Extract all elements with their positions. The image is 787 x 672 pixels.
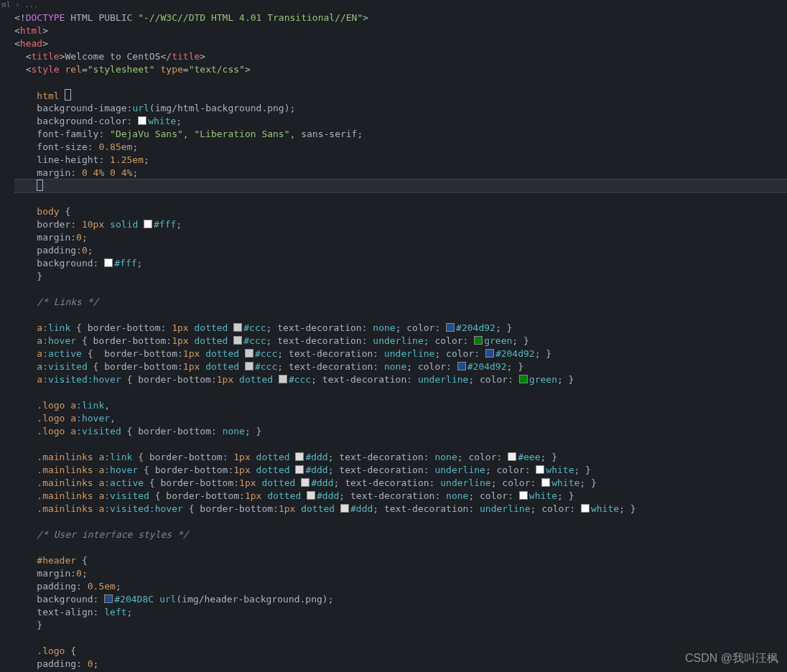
- code-line[interactable]: font-size: 0.85em;: [14, 141, 787, 154]
- color-swatch-icon: [104, 258, 113, 267]
- code-editor[interactable]: <!DOCTYPE HTML PUBLIC "-//W3C//DTD HTML …: [0, 10, 787, 671]
- code-line[interactable]: }: [14, 619, 787, 632]
- code-line[interactable]: [14, 515, 787, 528]
- cursor-icon: [65, 89, 71, 101]
- code-line[interactable]: margin:0;: [14, 231, 787, 244]
- color-swatch-icon: [279, 375, 287, 383]
- code-line[interactable]: body {: [14, 205, 787, 218]
- code-line[interactable]: .logo a:link,: [14, 399, 787, 412]
- code-line[interactable]: padding: 0;: [14, 658, 787, 671]
- color-swatch-icon: [301, 478, 309, 487]
- code-line[interactable]: <!DOCTYPE HTML PUBLIC "-//W3C//DTD HTML …: [14, 11, 787, 24]
- color-swatch-icon: [104, 594, 113, 603]
- color-swatch-icon: [581, 504, 590, 513]
- code-line[interactable]: [14, 438, 787, 451]
- code-line[interactable]: <title>Welcome to CentOS</title>: [14, 50, 787, 63]
- code-line[interactable]: padding: 0.5em;: [14, 580, 787, 593]
- watermark: CSDN @我叫汪枫: [685, 652, 778, 665]
- color-swatch-icon: [340, 504, 349, 513]
- code-line-active[interactable]: [14, 179, 787, 193]
- code-line[interactable]: text-align: left;: [14, 606, 787, 619]
- code-line[interactable]: <head>: [14, 37, 787, 50]
- color-swatch-icon: [295, 452, 304, 461]
- code-line[interactable]: background: #204D8C url(img/header-backg…: [14, 593, 787, 606]
- code-line[interactable]: html: [14, 89, 787, 102]
- color-swatch-icon: [474, 336, 483, 345]
- color-swatch-icon: [233, 336, 242, 345]
- color-swatch-icon: [245, 362, 253, 370]
- code-line[interactable]: padding:0;: [14, 244, 787, 257]
- code-line[interactable]: .mainlinks a:visited { border-bottom:1px…: [14, 490, 787, 503]
- color-swatch-icon: [519, 491, 528, 500]
- code-line[interactable]: [14, 632, 787, 645]
- color-swatch-icon: [233, 323, 242, 332]
- code-line[interactable]: <html>: [14, 24, 787, 37]
- code-line[interactable]: line-height: 1.25em;: [14, 154, 787, 167]
- code-line[interactable]: font-family: "DejaVu Sans", "Liberation …: [14, 128, 787, 141]
- code-line[interactable]: .logo {: [14, 645, 787, 658]
- code-line[interactable]: [14, 541, 787, 554]
- code-line[interactable]: .mainlinks a:link { border-bottom: 1px d…: [14, 451, 787, 464]
- code-line[interactable]: background: #fff;: [14, 257, 787, 270]
- code-line[interactable]: .mainlinks a:hover { border-bottom:1px d…: [14, 464, 787, 477]
- color-swatch-icon: [138, 116, 146, 125]
- color-swatch-icon: [307, 491, 315, 500]
- color-swatch-icon: [295, 465, 304, 474]
- code-line[interactable]: .mainlinks a:visited:hover { border-bott…: [14, 503, 787, 515]
- code-line[interactable]: background-color: white;: [14, 115, 787, 128]
- color-swatch-icon: [536, 465, 544, 474]
- color-swatch-icon: [144, 220, 152, 228]
- cursor-icon: [37, 179, 43, 191]
- code-line[interactable]: background-image:url(img/html-background…: [14, 102, 787, 115]
- color-swatch-icon: [457, 362, 466, 370]
- code-line[interactable]: [14, 283, 787, 296]
- code-line[interactable]: [14, 192, 787, 205]
- code-line[interactable]: .mainlinks a:active { border-bottom:1px …: [14, 477, 787, 490]
- code-line[interactable]: <style rel="stylesheet" type="text/css">: [14, 63, 787, 76]
- code-line[interactable]: #header {: [14, 554, 787, 567]
- code-line[interactable]: a:hover { border-bottom:1px dotted #ccc;…: [14, 335, 787, 347]
- code-line[interactable]: .logo a:hover,: [14, 412, 787, 425]
- code-line[interactable]: border: 10px solid #fff;: [14, 218, 787, 231]
- code-line[interactable]: /* User interface styles */: [14, 528, 787, 541]
- code-line[interactable]: [14, 76, 787, 89]
- color-swatch-icon: [541, 478, 550, 487]
- color-swatch-icon: [245, 349, 253, 358]
- code-line[interactable]: a:link { border-bottom: 1px dotted #ccc;…: [14, 322, 787, 335]
- code-line[interactable]: .logo a:visited { border-bottom: none; }: [14, 425, 787, 438]
- color-swatch-icon: [519, 375, 528, 383]
- color-swatch-icon: [485, 349, 494, 358]
- code-line[interactable]: margin:0;: [14, 567, 787, 580]
- code-line[interactable]: margin: 0 4% 0 4%;: [14, 167, 787, 179]
- code-line[interactable]: a:visited:hover { border-bottom:1px dott…: [14, 373, 787, 386]
- breadcrumb[interactable]: ml › ...: [0, 0, 787, 10]
- code-line[interactable]: [14, 309, 787, 322]
- color-swatch-icon: [446, 323, 455, 332]
- code-line[interactable]: a:visited { border-bottom:1px dotted #cc…: [14, 360, 787, 373]
- code-line[interactable]: a:active { border-bottom:1px dotted #ccc…: [14, 347, 787, 360]
- code-line[interactable]: }: [14, 270, 787, 283]
- code-line[interactable]: /* Links */: [14, 296, 787, 309]
- color-swatch-icon: [508, 452, 516, 461]
- code-line[interactable]: [14, 386, 787, 399]
